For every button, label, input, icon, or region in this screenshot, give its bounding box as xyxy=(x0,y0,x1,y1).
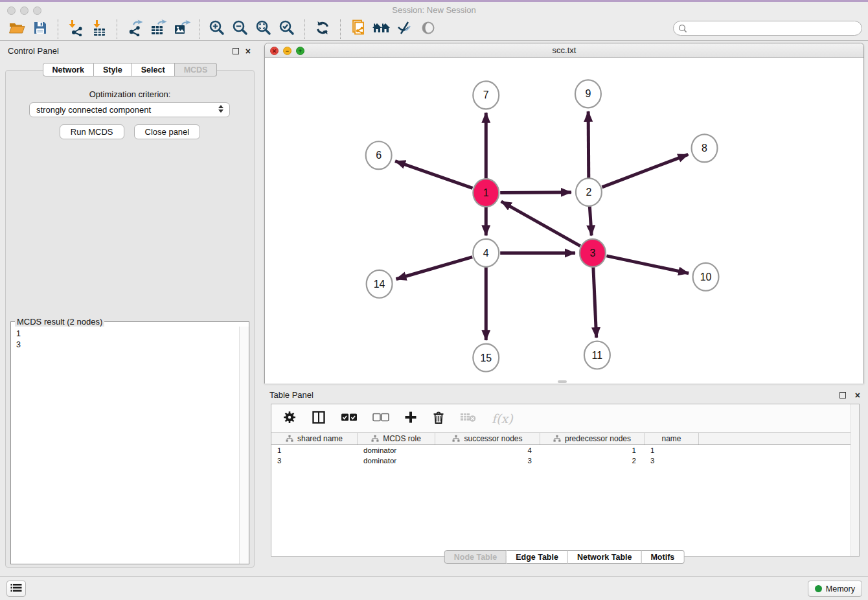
function-builder-button[interactable]: f(x) xyxy=(492,409,513,428)
log-console-button[interactable] xyxy=(6,581,26,597)
tab-network-table[interactable]: Network Table xyxy=(568,550,642,564)
mcds-result-scrollbar[interactable] xyxy=(239,327,249,564)
svg-text:8: 8 xyxy=(702,143,707,154)
graph-edge-1-2[interactable] xyxy=(500,192,571,193)
graph-node-4[interactable]: 4 xyxy=(473,239,499,267)
close-table-panel-icon[interactable]: × xyxy=(855,389,860,401)
tab-motifs[interactable]: Motifs xyxy=(641,550,684,564)
graph-node-14[interactable]: 14 xyxy=(367,270,393,298)
zoom-in-button[interactable] xyxy=(205,19,229,40)
toolbar-separator xyxy=(58,19,58,39)
graph-node-15[interactable]: 15 xyxy=(473,344,499,372)
search-input[interactable] xyxy=(673,21,862,36)
delete-table-icon xyxy=(460,411,477,425)
graph-edge-2-3[interactable] xyxy=(589,207,591,236)
open-session-button[interactable] xyxy=(5,19,29,40)
export-network-icon xyxy=(126,19,144,38)
graph-node-3[interactable]: 3 xyxy=(580,239,606,267)
export-image-button[interactable] xyxy=(170,19,193,40)
float-panel-icon[interactable] xyxy=(233,48,239,54)
close-panel-icon[interactable]: × xyxy=(246,45,251,57)
criterion-select[interactable]: strongly connected component xyxy=(29,102,230,117)
import-table-icon xyxy=(91,19,108,38)
zoom-out-icon xyxy=(232,19,249,38)
graph-node-1[interactable]: 1 xyxy=(473,179,499,207)
home-networks-button[interactable] xyxy=(370,19,393,40)
deselect-all-button[interactable] xyxy=(372,409,389,428)
network-hscrollbar[interactable] xyxy=(558,380,567,383)
zoom-out-button[interactable] xyxy=(229,19,252,40)
graph-node-9[interactable]: 9 xyxy=(575,80,601,108)
toolbar-separator xyxy=(304,19,305,39)
select-all-button[interactable] xyxy=(341,409,358,428)
graph-node-10[interactable]: 10 xyxy=(693,263,719,291)
graph-node-11[interactable]: 11 xyxy=(584,341,610,369)
zoom-selected-icon xyxy=(279,19,295,38)
mcds-buttons-row: Run MCDS Close panel xyxy=(6,124,254,139)
tab-mcds[interactable]: MCDS xyxy=(175,63,218,76)
float-table-panel-icon[interactable] xyxy=(839,392,846,398)
export-image-icon xyxy=(173,19,190,38)
graph-edge-3-11[interactable] xyxy=(593,267,597,338)
refresh-layout-button[interactable] xyxy=(311,19,334,40)
tab-style[interactable]: Style xyxy=(94,63,132,76)
node-table-container: f(x) shared name MCDS role successor xyxy=(271,404,860,557)
show-column-panel-button[interactable] xyxy=(312,409,326,428)
folder-open-icon xyxy=(8,20,26,38)
column-header-mcds-role[interactable]: MCDS role xyxy=(358,433,435,444)
export-network-button[interactable] xyxy=(123,19,146,40)
column-header-successor-nodes[interactable]: successor nodes xyxy=(435,433,540,444)
column-header-predecessor-nodes[interactable]: predecessor nodes xyxy=(540,433,645,444)
delete-table-button[interactable] xyxy=(460,409,477,428)
graph-edge-4-14[interactable] xyxy=(396,257,472,279)
table-cell: 3 xyxy=(645,456,699,466)
table-settings-button[interactable] xyxy=(282,409,297,428)
graph-edge-1-6[interactable] xyxy=(395,161,472,189)
import-network-icon xyxy=(67,19,84,38)
graph-node-8[interactable]: 8 xyxy=(692,134,718,162)
eye-slash-icon xyxy=(396,20,413,38)
graph-node-7[interactable]: 7 xyxy=(473,81,499,109)
run-mcds-button[interactable]: Run MCDS xyxy=(60,124,124,139)
graph-node-2[interactable]: 2 xyxy=(576,178,602,206)
table-vscrollbar[interactable] xyxy=(851,404,859,556)
zoom-fit-button[interactable] xyxy=(252,19,275,40)
toggle-visibility-button[interactable] xyxy=(417,19,440,40)
tab-edge-table[interactable]: Edge Table xyxy=(507,550,568,564)
memory-button[interactable]: Memory xyxy=(808,581,862,597)
graph-edge-3-10[interactable] xyxy=(606,256,689,273)
status-bar: Memory xyxy=(0,576,868,600)
memory-label: Memory xyxy=(826,584,855,594)
close-panel-button[interactable]: Close panel xyxy=(134,124,201,139)
graph-edge-3-1[interactable] xyxy=(501,202,580,246)
tab-network[interactable]: Network xyxy=(43,63,94,76)
graph-edge-2-9[interactable] xyxy=(588,111,589,178)
graph-edge-2-8[interactable] xyxy=(602,154,688,187)
network-canvas[interactable]: 1234678910111415 xyxy=(265,58,863,384)
save-session-button[interactable] xyxy=(29,19,52,40)
hide-panels-button[interactable] xyxy=(393,19,417,40)
list-icon xyxy=(10,583,22,594)
control-panel-tabs: Network Style Select MCDS xyxy=(43,63,218,76)
new-network-from-selection-button[interactable] xyxy=(347,19,370,40)
import-network-button[interactable] xyxy=(64,19,87,40)
criterion-value: strongly connected component xyxy=(36,105,151,115)
table-row[interactable]: 3dominator323 xyxy=(271,456,851,466)
table-panel: Table Panel × xyxy=(264,387,864,569)
graph-node-6[interactable]: 6 xyxy=(366,141,392,169)
node-table: shared name MCDS role successor nodes pr… xyxy=(271,432,851,556)
table-row[interactable]: 1dominator411 xyxy=(271,445,851,456)
column-header-name[interactable]: name xyxy=(645,433,699,444)
fx-icon: f(x) xyxy=(492,411,513,426)
column-header-shared-name[interactable]: shared name xyxy=(271,433,358,444)
import-table-button[interactable] xyxy=(87,19,111,40)
table-cell: 1 xyxy=(271,445,358,456)
search-field-wrap xyxy=(673,21,862,36)
export-table-button[interactable] xyxy=(146,19,170,40)
tab-select[interactable]: Select xyxy=(132,63,175,76)
zoom-selected-button[interactable] xyxy=(275,19,299,40)
tab-node-table[interactable]: Node Table xyxy=(444,550,507,564)
add-column-button[interactable] xyxy=(404,409,417,428)
delete-column-button[interactable] xyxy=(432,409,445,428)
refresh-icon xyxy=(315,20,330,38)
